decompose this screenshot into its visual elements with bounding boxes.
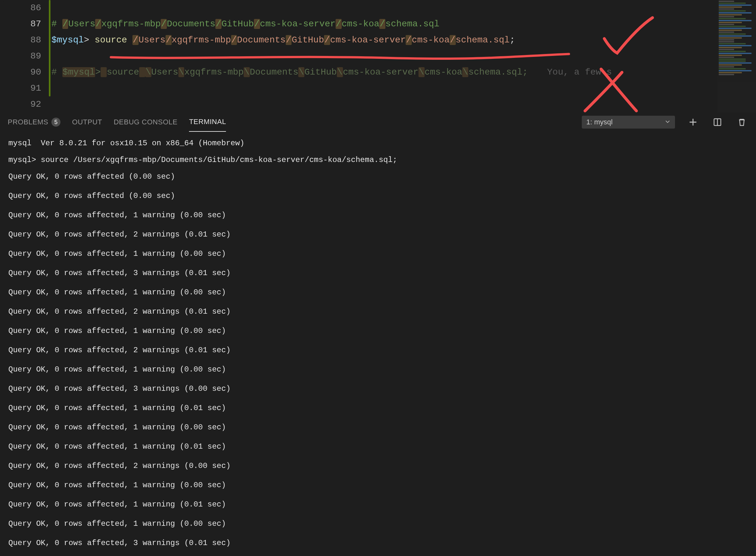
panel-tab-bar: PROBLEMS 5 OUTPUT DEBUG CONSOLE TERMINAL… [0,112,756,132]
terminal-line: Query OK, 0 rows affected, 1 warning (0.… [8,419,748,436]
tab-label: PROBLEMS [8,118,48,126]
terminal-line: Query OK, 0 rows affected, 2 warnings (0… [8,226,748,243]
terminal-output[interactable]: mysql Ver 8.0.21 for osx10.15 on x86_64 … [0,132,756,556]
terminal-line: Query OK, 0 rows affected, 1 warning (0.… [8,400,748,417]
terminal-picker-label: 1: mysql [586,118,613,126]
terminal-line [8,339,748,342]
terminal-line [8,513,748,516]
terminal-line [8,494,748,496]
terminal-line [8,243,748,246]
code-lines[interactable]: # /Users/xgqfrms-mbp/Documents/GitHub/cm… [51,0,717,112]
terminal-line: Query OK, 0 rows affected, 1 warning (0.… [8,477,748,494]
terminal-line: Query OK, 0 rows affected, 3 warnings (0… [8,381,748,397]
line-number-gutter: 86 87 88 89 90 91 92 [0,0,51,112]
terminal-line: Query OK, 0 rows affected, 1 warning (0.… [8,284,748,301]
problems-count-badge: 5 [51,117,61,127]
tab-label: TERMINAL [189,117,226,126]
terminal-line: mysql Ver 8.0.21 for osx10.15 on x86_64 … [8,135,748,152]
terminal-line [8,224,748,226]
terminal-picker-dropdown[interactable]: 1: mysql [582,116,675,129]
code-line[interactable]: # $mysql> source \Users\xgqfrms-mbp\Docu… [51,64,717,80]
terminal-line [8,532,748,535]
terminal-line: Query OK, 0 rows affected (0.00 sec) [8,554,748,556]
line-number: 91 [0,80,41,96]
terminal-line: Query OK, 0 rows affected, 1 warning (0.… [8,439,748,455]
line-number: 88 [0,32,41,48]
line-number: 90 [0,64,41,80]
terminal-line: Query OK, 0 rows affected, 2 warnings (0… [8,342,748,359]
terminal-line [8,552,748,554]
terminal-line: Query OK, 0 rows affected, 2 warnings (0… [8,458,748,474]
code-editor[interactable]: 86 87 88 89 90 91 92 # /Users/xgqfrms-mb… [0,0,756,112]
terminal-line [8,474,748,477]
code-line[interactable] [51,80,717,96]
line-number: 92 [0,96,41,112]
terminal-line: Query OK, 0 rows affected, 1 warning (0.… [8,361,748,378]
split-terminal-button[interactable] [711,116,724,129]
code-line[interactable] [51,0,717,16]
kill-terminal-button[interactable] [735,116,748,129]
bottom-panel: PROBLEMS 5 OUTPUT DEBUG CONSOLE TERMINAL… [0,112,756,556]
terminal-line [8,417,748,419]
chevron-down-icon [665,118,671,126]
line-number: 89 [0,48,41,64]
terminal-line: mysql> source /Users/xgqfrms-mbp/Documen… [8,152,748,168]
terminal-line: Query OK, 0 rows affected, 3 warnings (0… [8,535,748,552]
terminal-line [8,397,748,400]
terminal-line: Query OK, 0 rows affected, 2 warnings (0… [8,303,748,320]
terminal-line: Query OK, 0 rows affected, 1 warning (0.… [8,323,748,339]
code-line[interactable]: $mysql> source /Users/xgqfrms-mbp/Docume… [51,32,717,48]
tab-output[interactable]: OUTPUT [72,112,102,132]
terminal-line: Query OK, 0 rows affected, 3 warnings (0… [8,265,748,282]
terminal-line [8,262,748,265]
line-number: 87 [0,16,41,32]
terminal-line: Query OK, 0 rows affected (0.00 sec) [8,168,748,185]
vscode-window: 86 87 88 89 90 91 92 # /Users/xgqfrms-mb… [0,0,756,556]
gutter-change-bar [49,0,50,96]
terminal-line [8,359,748,361]
code-line[interactable] [51,96,717,112]
terminal-line [8,301,748,303]
terminal-line [8,320,748,323]
code-line[interactable] [51,48,717,64]
terminal-line: Query OK, 0 rows affected, 1 warning (0.… [8,246,748,262]
tab-problems[interactable]: PROBLEMS 5 [8,112,61,132]
terminal-line [8,185,748,188]
terminal-line: Query OK, 0 rows affected, 1 warning (0.… [8,516,748,532]
code-line[interactable]: # /Users/xgqfrms-mbp/Documents/GitHub/cm… [51,16,717,32]
terminal-line [8,282,748,284]
minimap[interactable] [717,0,756,112]
terminal-line: Query OK, 0 rows affected, 1 warning (0.… [8,207,748,224]
tab-debug-console[interactable]: DEBUG CONSOLE [114,112,177,132]
tab-label: OUTPUT [72,118,102,126]
terminal-line: Query OK, 0 rows affected, 1 warning (0.… [8,496,748,513]
new-terminal-button[interactable] [687,116,699,129]
terminal-line [8,436,748,439]
line-number: 86 [0,0,41,16]
terminal-line [8,378,748,381]
tab-terminal[interactable]: TERMINAL [189,112,226,132]
terminal-line: Query OK, 0 rows affected (0.00 sec) [8,188,748,204]
terminal-line [8,204,748,207]
tab-label: DEBUG CONSOLE [114,118,177,126]
terminal-line [8,455,748,458]
